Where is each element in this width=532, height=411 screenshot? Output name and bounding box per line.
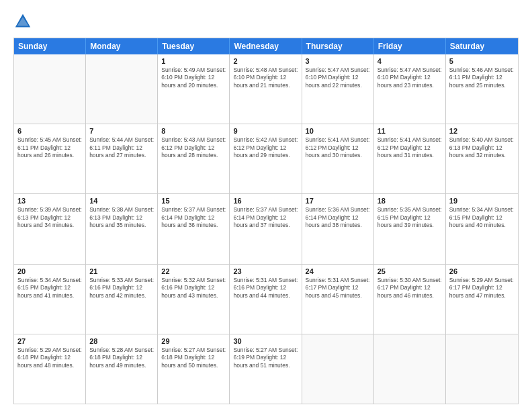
day-info: Sunrise: 5:34 AM Sunset: 6:15 PM Dayligh…: [17, 277, 82, 300]
day-number: 6: [17, 127, 82, 135]
calendar-header: SundayMondayTuesdayWednesdayThursdayFrid…: [14, 38, 518, 54]
day-number: 27: [17, 337, 82, 345]
calendar-cell: 28Sunrise: 5:28 AM Sunset: 6:18 PM Dayli…: [86, 334, 158, 404]
calendar-cell: [14, 54, 86, 124]
day-number: 2: [233, 57, 298, 65]
day-info: Sunrise: 5:31 AM Sunset: 6:16 PM Dayligh…: [233, 277, 298, 300]
calendar-cell: 19Sunrise: 5:34 AM Sunset: 6:15 PM Dayli…: [446, 194, 518, 263]
calendar-cell: 9Sunrise: 5:42 AM Sunset: 6:12 PM Daylig…: [230, 124, 302, 193]
day-number: 1: [161, 57, 226, 65]
day-number: 28: [89, 337, 154, 345]
calendar-cell: 25Sunrise: 5:30 AM Sunset: 6:17 PM Dayli…: [374, 265, 446, 334]
calendar-cell: 20Sunrise: 5:34 AM Sunset: 6:15 PM Dayli…: [14, 265, 86, 334]
calendar-cell: 16Sunrise: 5:37 AM Sunset: 6:14 PM Dayli…: [230, 194, 302, 263]
calendar-cell: 29Sunrise: 5:27 AM Sunset: 6:18 PM Dayli…: [158, 334, 230, 404]
day-info: Sunrise: 5:37 AM Sunset: 6:14 PM Dayligh…: [233, 206, 298, 229]
day-number: 7: [89, 127, 154, 135]
day-number: 17: [306, 197, 370, 205]
day-number: 8: [161, 127, 226, 135]
calendar-cell: 18Sunrise: 5:35 AM Sunset: 6:15 PM Dayli…: [374, 194, 446, 263]
day-number: 24: [306, 267, 370, 275]
day-number: 21: [89, 267, 154, 275]
calendar-cell: 22Sunrise: 5:32 AM Sunset: 6:16 PM Dayli…: [158, 265, 230, 334]
day-info: Sunrise: 5:34 AM Sunset: 6:15 PM Dayligh…: [449, 206, 515, 229]
header-day-sunday: Sunday: [14, 38, 86, 54]
day-info: Sunrise: 5:41 AM Sunset: 6:12 PM Dayligh…: [306, 136, 370, 159]
day-info: Sunrise: 5:27 AM Sunset: 6:19 PM Dayligh…: [233, 347, 298, 369]
day-info: Sunrise: 5:32 AM Sunset: 6:16 PM Dayligh…: [161, 277, 226, 300]
calendar-cell: 7Sunrise: 5:44 AM Sunset: 6:11 PM Daylig…: [86, 124, 158, 193]
day-number: 4: [378, 57, 442, 65]
day-number: 10: [306, 127, 370, 135]
header-day-monday: Monday: [86, 38, 158, 54]
calendar-body: 1Sunrise: 5:49 AM Sunset: 6:10 PM Daylig…: [14, 54, 518, 404]
day-info: Sunrise: 5:48 AM Sunset: 6:10 PM Dayligh…: [233, 66, 298, 89]
day-info: Sunrise: 5:37 AM Sunset: 6:14 PM Dayligh…: [161, 206, 226, 229]
day-number: 25: [378, 267, 442, 275]
header-day-wednesday: Wednesday: [230, 38, 302, 54]
calendar-row-0: 1Sunrise: 5:49 AM Sunset: 6:10 PM Daylig…: [14, 54, 518, 124]
calendar-cell: 12Sunrise: 5:40 AM Sunset: 6:13 PM Dayli…: [446, 124, 518, 193]
logo: [13, 12, 34, 31]
day-info: Sunrise: 5:38 AM Sunset: 6:13 PM Dayligh…: [89, 206, 154, 229]
calendar-cell: 30Sunrise: 5:27 AM Sunset: 6:19 PM Dayli…: [230, 334, 302, 404]
day-info: Sunrise: 5:36 AM Sunset: 6:14 PM Dayligh…: [306, 206, 370, 229]
calendar-cell: [374, 334, 446, 404]
calendar-cell: 8Sunrise: 5:43 AM Sunset: 6:12 PM Daylig…: [158, 124, 230, 193]
calendar-cell: 5Sunrise: 5:46 AM Sunset: 6:11 PM Daylig…: [446, 54, 518, 124]
day-number: 23: [233, 267, 298, 275]
calendar-cell: 24Sunrise: 5:31 AM Sunset: 6:17 PM Dayli…: [302, 265, 374, 334]
day-number: 11: [378, 127, 442, 135]
calendar-cell: 3Sunrise: 5:47 AM Sunset: 6:10 PM Daylig…: [302, 54, 374, 124]
calendar: SundayMondayTuesdayWednesdayThursdayFrid…: [13, 38, 519, 404]
calendar-cell: [446, 334, 518, 404]
day-info: Sunrise: 5:35 AM Sunset: 6:15 PM Dayligh…: [378, 206, 442, 229]
calendar-cell: 11Sunrise: 5:41 AM Sunset: 6:12 PM Dayli…: [374, 124, 446, 193]
day-number: 22: [161, 267, 226, 275]
day-info: Sunrise: 5:47 AM Sunset: 6:10 PM Dayligh…: [306, 66, 370, 89]
day-info: Sunrise: 5:30 AM Sunset: 6:17 PM Dayligh…: [378, 277, 442, 300]
day-info: Sunrise: 5:42 AM Sunset: 6:12 PM Dayligh…: [233, 136, 298, 159]
day-number: 15: [161, 197, 226, 205]
day-number: 29: [161, 337, 226, 345]
logo-icon: [13, 12, 32, 31]
calendar-cell: 10Sunrise: 5:41 AM Sunset: 6:12 PM Dayli…: [302, 124, 374, 193]
day-info: Sunrise: 5:40 AM Sunset: 6:13 PM Dayligh…: [449, 136, 515, 159]
day-number: 18: [378, 197, 442, 205]
header-day-tuesday: Tuesday: [158, 38, 230, 54]
page: SundayMondayTuesdayWednesdayThursdayFrid…: [0, 0, 532, 411]
day-number: 3: [306, 57, 370, 65]
calendar-row-4: 27Sunrise: 5:29 AM Sunset: 6:18 PM Dayli…: [14, 334, 518, 404]
header-day-saturday: Saturday: [446, 38, 518, 54]
day-number: 12: [449, 127, 515, 135]
day-info: Sunrise: 5:27 AM Sunset: 6:18 PM Dayligh…: [161, 347, 226, 369]
calendar-cell: 23Sunrise: 5:31 AM Sunset: 6:16 PM Dayli…: [230, 265, 302, 334]
calendar-cell: 1Sunrise: 5:49 AM Sunset: 6:10 PM Daylig…: [158, 54, 230, 124]
day-info: Sunrise: 5:33 AM Sunset: 6:16 PM Dayligh…: [89, 277, 154, 300]
calendar-row-3: 20Sunrise: 5:34 AM Sunset: 6:15 PM Dayli…: [14, 264, 518, 334]
day-info: Sunrise: 5:49 AM Sunset: 6:10 PM Dayligh…: [161, 66, 226, 89]
day-number: 13: [17, 197, 82, 205]
day-number: 16: [233, 197, 298, 205]
day-info: Sunrise: 5:44 AM Sunset: 6:11 PM Dayligh…: [89, 136, 154, 159]
calendar-cell: 26Sunrise: 5:29 AM Sunset: 6:17 PM Dayli…: [446, 265, 518, 334]
day-number: 20: [17, 267, 82, 275]
calendar-row-1: 6Sunrise: 5:45 AM Sunset: 6:11 PM Daylig…: [14, 124, 518, 193]
day-info: Sunrise: 5:47 AM Sunset: 6:10 PM Dayligh…: [378, 66, 442, 89]
calendar-cell: 2Sunrise: 5:48 AM Sunset: 6:10 PM Daylig…: [230, 54, 302, 124]
day-info: Sunrise: 5:46 AM Sunset: 6:11 PM Dayligh…: [449, 66, 515, 89]
header-day-friday: Friday: [374, 38, 446, 54]
day-number: 9: [233, 127, 298, 135]
calendar-cell: 14Sunrise: 5:38 AM Sunset: 6:13 PM Dayli…: [86, 194, 158, 263]
calendar-cell: 15Sunrise: 5:37 AM Sunset: 6:14 PM Dayli…: [158, 194, 230, 263]
day-info: Sunrise: 5:29 AM Sunset: 6:17 PM Dayligh…: [449, 277, 515, 300]
calendar-cell: 6Sunrise: 5:45 AM Sunset: 6:11 PM Daylig…: [14, 124, 86, 193]
calendar-cell: 13Sunrise: 5:39 AM Sunset: 6:13 PM Dayli…: [14, 194, 86, 263]
calendar-cell: 4Sunrise: 5:47 AM Sunset: 6:10 PM Daylig…: [374, 54, 446, 124]
day-info: Sunrise: 5:29 AM Sunset: 6:18 PM Dayligh…: [17, 347, 82, 369]
day-info: Sunrise: 5:28 AM Sunset: 6:18 PM Dayligh…: [89, 347, 154, 369]
header-day-thursday: Thursday: [302, 38, 374, 54]
calendar-cell: 17Sunrise: 5:36 AM Sunset: 6:14 PM Dayli…: [302, 194, 374, 263]
day-info: Sunrise: 5:45 AM Sunset: 6:11 PM Dayligh…: [17, 136, 82, 159]
day-number: 30: [233, 337, 298, 345]
